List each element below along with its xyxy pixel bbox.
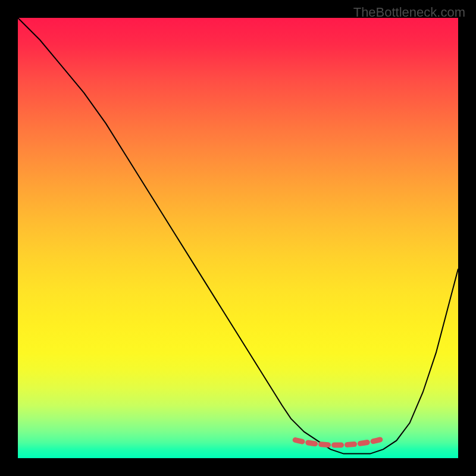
bottleneck-curve	[18, 18, 458, 454]
chart-svg	[18, 18, 458, 458]
trough-highlight	[295, 439, 383, 446]
watermark-text: TheBottleneck.com	[353, 5, 465, 20]
chart-gradient-background	[18, 18, 458, 458]
